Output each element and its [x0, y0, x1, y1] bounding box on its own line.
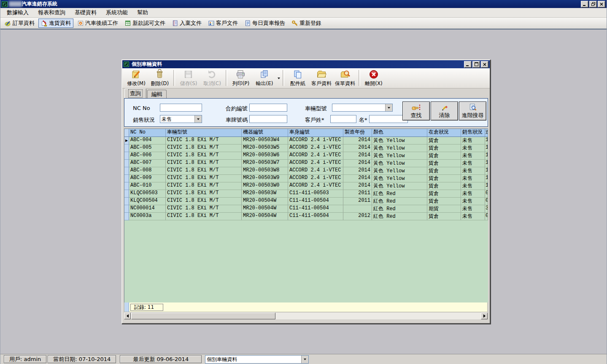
table-row[interactable]: ABC-010CIVIC 1.8 EXi M/TMR20-00503W0ACCO… [124, 182, 488, 190]
status-last-update: 最后更新 09-06-2014 [120, 355, 202, 363]
chevron-down-icon[interactable] [194, 115, 202, 123]
minimize-button[interactable] [581, 1, 588, 8]
dialog-button-policy-data[interactable]: 保單資料 [333, 69, 357, 87]
column-header: 顏色 [372, 129, 427, 137]
model-select[interactable] [332, 104, 393, 112]
table-row[interactable]: ABC-005CIVIC 1.8 EXi M/TMR20-00503W5ACCO… [124, 145, 488, 152]
toolbar-button-car-followup[interactable]: 汽車後續工作 [75, 19, 121, 28]
status-bar: 用戶: admin 當前日期: 07-10-2014 最后更新 09-06-20… [0, 354, 607, 364]
toolbar-button-model-approval[interactable]: 新款認可文件 [122, 19, 168, 28]
application-window: ████ 汽車進銷存系統 數據輸入報表和查詢基礎資料系統功能幫助 訂單資料進貨資… [0, 0, 607, 364]
status-user: 用戶: admin [4, 355, 46, 363]
tab-edit[interactable]: 編輯 [147, 90, 167, 98]
dialog-button-save: 儲存(S) [177, 69, 200, 87]
modify-icon [131, 69, 142, 80]
tab-query[interactable]: 查詢 [124, 88, 146, 98]
toolbar-separator [226, 70, 227, 86]
dialog-close-button[interactable] [481, 61, 488, 68]
dialog-button-exit[interactable]: 離開(X) [362, 69, 386, 87]
toolbar-button-daily-sales-report[interactable]: 每日賣車報告 [242, 19, 288, 28]
dialog-button-delete[interactable]: 刪除(D) [148, 69, 172, 87]
tab-strip: 查詢編輯 [122, 88, 490, 98]
grid-empty-area [124, 220, 488, 302]
table-row[interactable]: ABC-006CIVIC 1.8 EXi M/TMR20-00503W6ACCO… [124, 152, 488, 160]
dialog-toolbar: 修改(M)刪除(D)儲存(S)取消(C)列印(P)輸出(E)配件紙客戶資料保單資… [122, 68, 490, 88]
table-row[interactable]: NC000014CIVIC 1.8 EXi M/TMR20-00504WC11-… [124, 205, 488, 213]
dialog-icon [124, 62, 129, 67]
toolbar-button-order-data[interactable]: 訂單資料 [2, 19, 37, 28]
nc-no-label: NC No [133, 105, 150, 111]
restore-button[interactable] [589, 1, 597, 8]
toolbar-button-filing-documents[interactable]: 入稟文件 [169, 19, 204, 28]
column-header: 在倉狀況 [427, 129, 461, 137]
nc-no-input[interactable] [160, 104, 202, 112]
dialog-title: 個別車輛資料 [132, 61, 162, 68]
dialog-title-bar: 個別車輛資料 [122, 60, 490, 68]
dialog-button-parts-paper[interactable]: 配件紙 [286, 69, 310, 87]
redacted-company-name: ████ [9, 1, 22, 7]
table-row[interactable]: ABC-007CIVIC 1.8 EXi M/TMR20-00503W7ACCO… [124, 160, 488, 167]
column-header: 進 [485, 129, 488, 137]
clear-button[interactable]: 清除 [431, 102, 458, 120]
find-button[interactable]: 查找 [402, 102, 430, 120]
menu-data-input[interactable]: 數據輸入 [2, 8, 33, 17]
chevron-down-icon[interactable] [301, 356, 308, 363]
dialog-button-customer-data[interactable]: 客戶資料 [310, 69, 333, 87]
column-header: NC No [129, 129, 166, 137]
selected-row-marker: ▶ [124, 137, 129, 145]
daily-report-icon [244, 20, 251, 27]
vehicle-grid: NC No車輛型號機器編號車身編號製造年份顏色在倉狀況銷售狀況進▶ABC-004… [124, 128, 488, 302]
column-header: 銷售狀況 [461, 129, 485, 137]
search-form: NC No 合約編號 車輛型號 銷售狀況 未售 車牌號碼 [124, 98, 488, 127]
menu-basic-data[interactable]: 基礎資料 [70, 8, 101, 17]
parts-paper-icon [292, 69, 303, 80]
app-icon [2, 1, 8, 7]
sale-status-select[interactable]: 未售 [160, 115, 202, 123]
scroll-thumb[interactable] [131, 313, 275, 319]
table-row[interactable]: NC0003aCIVIC 1.8 EXi M/TMR20-00504WC11-4… [124, 213, 488, 220]
toolbar-button-relogin[interactable]: 重新登錄 [289, 19, 324, 28]
record-bar-strip [124, 302, 129, 312]
dialog-minimize-button[interactable] [464, 61, 472, 68]
menu-help[interactable]: 幫助 [132, 8, 153, 17]
vehicle-dialog: 個別車輛資料 修改(M)刪除(D)儲存(S)取消(C)列印(P)輸出(E)配件紙… [121, 59, 491, 324]
advanced-search-button[interactable]: 進階搜尋 [459, 102, 486, 120]
toolbar-separator [283, 70, 284, 86]
delete-icon [154, 69, 165, 80]
toolbar-button-purchase-data[interactable]: 進貨資料 [38, 19, 73, 28]
close-button[interactable] [598, 1, 605, 8]
dialog-maximize-button[interactable] [472, 61, 480, 68]
menu-reports-query[interactable]: 報表和查詢 [33, 8, 70, 17]
toolbar-separator [173, 70, 175, 86]
dialog-button-modify[interactable]: 修改(M) [124, 69, 148, 87]
save-icon [183, 69, 194, 80]
model-approval-icon [124, 20, 131, 27]
contract-no-input[interactable] [249, 104, 287, 112]
plate-no-label: 車牌號碼 [226, 116, 248, 124]
table-row[interactable]: ABC-009CIVIC 1.8 EXi M/TMR20-00503W9ACCO… [124, 175, 488, 182]
sale-status-label: 銷售狀況 [133, 116, 155, 124]
undo-icon [207, 69, 218, 80]
scroll-right-arrow[interactable] [481, 313, 488, 319]
menu-system-functions[interactable]: 系統功能 [101, 8, 132, 17]
advanced-search-icon [469, 103, 477, 112]
desktop-area: 個別車輛資料 修改(M)刪除(D)儲存(S)取消(C)列印(P)輸出(E)配件紙… [0, 29, 607, 354]
filing-document-icon [172, 20, 178, 27]
chevron-down-icon[interactable] [385, 104, 392, 111]
table-row[interactable]: ▶ABC-004CIVIC 1.8 EXi M/TMR20-00503W4ACC… [124, 137, 488, 145]
scroll-track[interactable] [131, 313, 481, 319]
export-dropdown-arrow[interactable] [276, 69, 281, 87]
order-icon [5, 20, 11, 27]
dialog-button-export[interactable]: 輸出(E) [253, 69, 276, 87]
search-form-wrapper: NC No 合約編號 車輛型號 銷售狀況 未售 車牌號碼 [122, 98, 490, 128]
dialog-button-print[interactable]: 列印(P) [229, 69, 253, 87]
table-row[interactable]: ABC-008CIVIC 1.8 EXi M/TMR20-00503W8ACCO… [124, 167, 488, 175]
table-row[interactable]: KLQC00504CIVIC 1.8 EXi M/TMR20-00504WC11… [124, 198, 488, 205]
module-select[interactable]: 個別車輛資料 [205, 355, 309, 364]
table-row[interactable]: KLQC00503CIVIC 1.8 EXi M/TMR20-00503WC11… [124, 190, 488, 198]
plate-no-input[interactable] [249, 115, 287, 123]
toolbar-button-customer-documents[interactable]: 客戶文件 [205, 19, 240, 28]
surname-input[interactable] [330, 115, 356, 123]
scroll-left-arrow[interactable] [124, 313, 131, 319]
window-title: 汽車進銷存系統 [22, 0, 57, 8]
